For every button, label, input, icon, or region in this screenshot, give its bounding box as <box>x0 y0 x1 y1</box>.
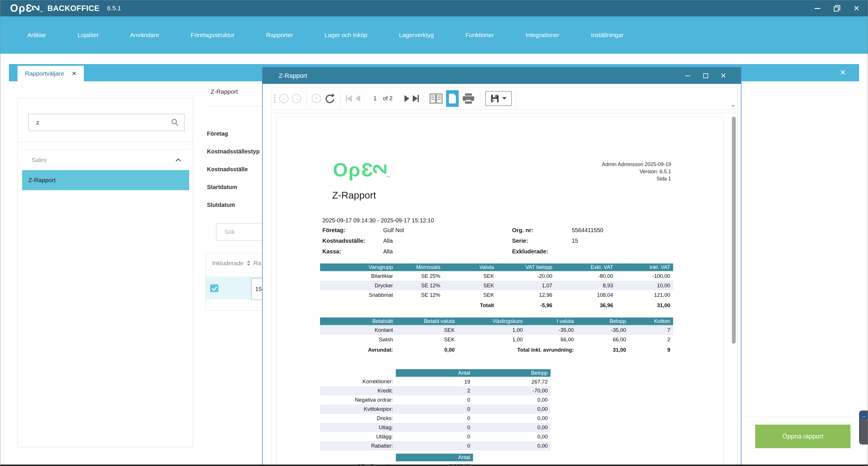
table-cell: -70,00 <box>473 386 551 395</box>
open-report-button[interactable]: Öppna rapport <box>755 425 850 448</box>
back-button[interactable]: ← <box>279 94 288 103</box>
report-user-line: Admin Adminsson 2025-09-19 <box>602 161 671 168</box>
page-layout-button[interactable] <box>446 90 459 107</box>
column-header-ra[interactable]: Ra <box>253 260 261 267</box>
panel-close-icon[interactable]: ✕ <box>840 68 846 77</box>
table-cell: Negativa ordrar: <box>320 395 396 405</box>
report-viewer: OρƐ2™ Admin Adminsson 2025-09-19 Version… <box>271 113 738 466</box>
table-cell: -35,00 <box>526 325 577 335</box>
teamviewer-edge-widget[interactable]: ↔ <box>859 411 868 444</box>
forward-button[interactable]: → <box>292 94 301 103</box>
table-cell: 10,00 <box>616 281 673 290</box>
sort-icon[interactable] <box>247 260 251 266</box>
save-icon <box>491 94 499 103</box>
table-cell: 0 <box>396 414 473 423</box>
nav-item-f-retagsstruktur[interactable]: Företagsstruktur <box>191 32 235 38</box>
nav-item-anv-ndare[interactable]: Användare <box>130 32 159 38</box>
report-title: Z-Rapport <box>332 190 376 201</box>
nav-item-lager-och-ink-p[interactable]: Lager och inköp <box>324 32 367 38</box>
meta-label: Kostnadsställe: <box>322 238 365 244</box>
prev-page-button[interactable] <box>355 95 360 102</box>
form-label: Kostnadsställestyp <box>207 148 259 155</box>
last-page-button[interactable] <box>413 95 419 102</box>
meta-label: Exkluderade: <box>512 248 548 255</box>
form-title: Z-Rapport <box>211 88 238 95</box>
restore-icon <box>834 5 840 12</box>
report-version-line: Version: 6.5.1 <box>602 168 671 175</box>
restore-button[interactable] <box>833 4 841 12</box>
close-icon: ✕ <box>854 5 860 12</box>
table-cell: SEK <box>443 271 497 281</box>
table-cell: Korrektioner: <box>320 377 396 386</box>
table-total-cell: -5,96 <box>497 300 555 311</box>
table-total-cell <box>320 300 396 311</box>
toolbar-grip-icon[interactable] <box>274 94 275 103</box>
table-cell: Kredit: <box>320 386 396 395</box>
nav-item-rapporter[interactable]: Rapporter <box>266 32 293 38</box>
table-total-cell: 31,00 <box>577 344 629 356</box>
tab-close-icon[interactable]: ✕ <box>72 70 76 77</box>
chevron-up-icon <box>175 158 181 162</box>
nav-item-funktioner[interactable]: Funktioner <box>465 32 494 38</box>
table-cell: 108,04 <box>555 290 616 300</box>
table-total-cell <box>396 300 443 311</box>
column-header: Varugrupp <box>320 263 396 271</box>
nav-item-artiklar[interactable]: Artiklar <box>27 32 46 38</box>
close-button[interactable]: ✕ <box>852 4 861 12</box>
report-search-input[interactable] <box>29 119 170 126</box>
group-label: Sales <box>32 156 47 164</box>
table-cell: 1,07 <box>497 281 555 290</box>
dialog-titlebar[interactable]: Z-Rapport ✕ <box>262 67 741 84</box>
dialog-close-button[interactable]: ✕ <box>720 72 727 80</box>
dialog-minimize-button[interactable] <box>684 72 691 80</box>
minimize-button[interactable] <box>813 4 822 12</box>
minimize-icon <box>815 8 820 9</box>
nav-item-inst-llningar[interactable]: Inställningar <box>591 32 623 38</box>
grid-header: Inkluderade Ra <box>212 260 261 267</box>
table-cell: 8,93 <box>555 281 616 290</box>
trademark-symbol: ™ <box>40 11 43 14</box>
column-header: Exkl. VAT <box>555 263 616 271</box>
nav-item-lagerverktyg[interactable]: Lagerverktyg <box>399 32 434 38</box>
included-checkbox[interactable] <box>210 285 218 292</box>
nav-item-integrationer[interactable]: Integrationer <box>526 32 559 38</box>
meta-label: Serie: <box>512 238 528 244</box>
table-total-cell: Total inkl. avrundning: <box>458 344 577 356</box>
dialog-maximize-button[interactable] <box>702 72 709 80</box>
table-cell: 0 <box>396 432 473 441</box>
toolbar-overflow-icon[interactable] <box>731 105 735 108</box>
document-map-icon <box>429 93 443 104</box>
table-total-cell: Totalt <box>443 300 497 311</box>
form-label: Startdatum <box>207 183 259 191</box>
report-logo: OρƐ2™ <box>333 160 391 179</box>
table-cell: Utlägg: <box>320 432 396 441</box>
scrollbar-thumb[interactable] <box>732 117 736 344</box>
table-cell: -20,00 <box>497 271 555 281</box>
nav-item-lojalitet[interactable]: Lojalitet <box>78 32 98 38</box>
table-cell: Kvittokopior: <box>320 405 396 414</box>
column-header-inkluderade[interactable]: Inkluderade <box>212 260 244 267</box>
refresh-button[interactable] <box>324 93 335 104</box>
first-page-button[interactable] <box>346 95 352 102</box>
table-cell: 7 <box>629 325 673 335</box>
window-controls: ✕ <box>813 0 861 17</box>
save-dropdown-button[interactable] <box>485 91 512 106</box>
meta-row: Kassa:AllaExkluderade: <box>322 248 638 259</box>
list-item-z-rapport[interactable]: Z-Rapport <box>22 170 189 190</box>
column-header: Antal <box>396 454 473 461</box>
divider <box>340 90 341 107</box>
minimize-icon <box>685 76 690 76</box>
table-header-row: BetalsättBetald valutaVäxlingskursI valu… <box>320 317 673 325</box>
next-page-button[interactable] <box>404 95 409 102</box>
table-row: SwishSEK1,0066,0066,002 <box>320 335 673 344</box>
page-number-input[interactable]: 1 <box>373 95 377 102</box>
print-button[interactable] <box>462 93 475 104</box>
refresh-icon <box>324 93 335 104</box>
document-map-button[interactable] <box>429 93 443 104</box>
table-cell: -35,00 <box>577 325 629 335</box>
stop-button[interactable]: × <box>312 94 321 103</box>
group-sales[interactable]: Sales <box>22 152 189 168</box>
table-cell: Uttag: <box>320 423 396 432</box>
tab-rapportvaljare[interactable]: Rapportväljare ✕ <box>18 66 84 81</box>
table-cell: Swish <box>320 335 396 344</box>
